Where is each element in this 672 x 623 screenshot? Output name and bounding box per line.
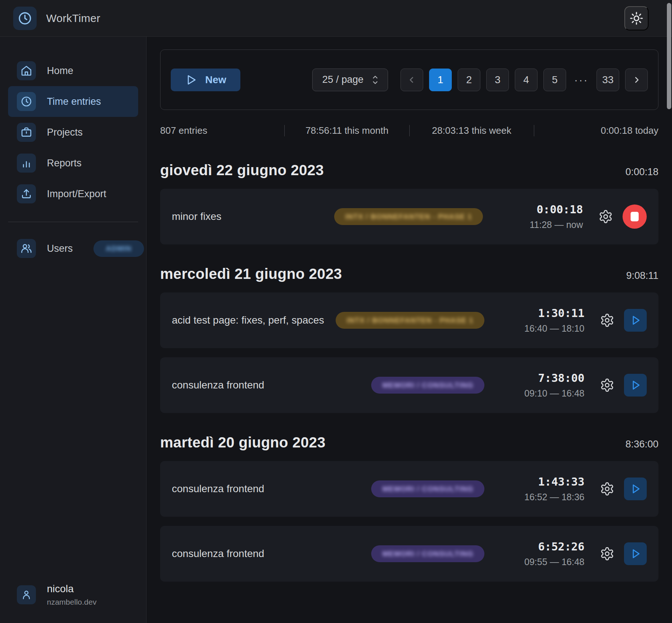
resume-timer-button[interactable] (624, 478, 647, 500)
project-badge[interactable]: MEMORI / CONSULTING (371, 480, 484, 497)
day-section-header: martedì 20 giugno 2023 8:36:00 (160, 434, 658, 451)
time-entry-row: consulenza frontend MEMORI / CONSULTING … (160, 526, 658, 582)
bar-chart-icon (17, 154, 36, 173)
pagination-page-3[interactable]: 3 (486, 69, 509, 91)
day-total: 8:36:00 (625, 439, 658, 450)
pagination-page-5[interactable]: 5 (543, 69, 566, 91)
entry-time-range: 16:40 — 18:10 (506, 323, 584, 334)
day-total: 9:08:11 (626, 270, 658, 281)
resume-timer-button[interactable] (624, 542, 647, 565)
main-content: New 25 / page 1 2 (147, 37, 672, 623)
vertical-scrollbar[interactable] (667, 3, 671, 109)
gear-icon (600, 378, 614, 392)
clock-icon (18, 11, 32, 26)
upload-icon (17, 184, 36, 203)
day-title: mercoledì 21 giugno 2023 (160, 266, 342, 282)
clock-icon (17, 92, 36, 111)
sidebar-item-home[interactable]: Home (8, 55, 138, 86)
resume-timer-button[interactable] (624, 374, 647, 397)
time-entry-row: consulenza frontend MEMORI / CONSULTING … (160, 461, 658, 517)
entry-duration: 7:38:00 (506, 372, 584, 384)
chevron-left-icon (407, 75, 417, 85)
entry-duration: 6:52:26 (506, 540, 584, 553)
user-name: nicola (47, 583, 96, 595)
entry-settings-button[interactable] (600, 378, 614, 392)
gear-icon (600, 482, 614, 496)
entry-settings-button[interactable] (600, 313, 614, 328)
user-domain: nzambello.dev (47, 598, 96, 607)
entry-settings-button[interactable] (598, 209, 613, 224)
day-title: martedì 20 giugno 2023 (160, 434, 325, 451)
pagination-next-button[interactable] (625, 69, 648, 91)
chevron-right-icon (632, 75, 641, 85)
entry-duration: 1:30:11 (506, 307, 584, 320)
sidebar-item-time-entries[interactable]: Time entries (8, 86, 138, 117)
chevron-up-down-icon (371, 74, 380, 85)
time-entry-row: consulenza frontend MEMORI / CONSULTING … (160, 357, 658, 413)
stat-week-total: 28:03:13 this week (409, 125, 534, 136)
gear-icon (598, 209, 613, 224)
sidebar-item-label: Import/Export (47, 188, 106, 200)
stop-icon (631, 212, 639, 221)
pagination-page-2[interactable]: 2 (458, 69, 480, 91)
entry-duration: 1:43:33 (506, 475, 584, 488)
app-title: WorkTimer (46, 12, 100, 25)
sidebar-item-label: Home (47, 65, 73, 77)
day-section-header: mercoledì 21 giugno 2023 9:08:11 (160, 266, 658, 282)
entry-time-range: 16:52 — 18:36 (506, 492, 584, 502)
pagination-prev-button[interactable] (400, 69, 423, 91)
day-title: giovedì 22 giugno 2023 (160, 162, 324, 178)
stat-today-total: 0:00:18 today (534, 125, 658, 136)
sidebar-divider (8, 222, 138, 222)
play-icon (629, 548, 642, 560)
project-badge[interactable]: INTX / BONNEFANTEN - PHASE 1 (334, 208, 483, 225)
entry-time-range: 09:55 — 16:48 (506, 557, 584, 567)
gear-icon (600, 546, 614, 561)
stats-bar: 807 entries 78:56:11 this month 28:03:13… (160, 120, 658, 141)
page-size-select[interactable]: 25 / page (312, 69, 388, 91)
current-user[interactable]: nicola nzambello.dev (8, 583, 138, 607)
theme-toggle-button[interactable] (624, 6, 649, 30)
sidebar-item-label: Projects (47, 127, 83, 138)
pagination-ellipsis: ··· (572, 74, 591, 86)
time-entry-row: minor fixes INTX / BONNEFANTEN - PHASE 1… (160, 189, 658, 244)
play-icon (185, 74, 197, 86)
entry-settings-button[interactable] (600, 546, 614, 561)
stat-month-total: 78:56:11 this month (284, 125, 409, 136)
project-badge[interactable]: MEMORI / CONSULTING (371, 545, 484, 562)
entry-time-range: 09:10 — 16:48 (506, 388, 584, 399)
project-badge[interactable]: MEMORI / CONSULTING (371, 377, 484, 394)
entry-duration: 0:00:18 (504, 203, 583, 216)
toolbar: New 25 / page 1 2 (160, 49, 658, 110)
play-icon (629, 483, 642, 495)
pagination-page-4[interactable]: 4 (515, 69, 538, 91)
sidebar-item-users[interactable]: Users ADMIN (8, 233, 138, 264)
sidebar-item-label: Reports (47, 158, 82, 169)
worktimer-app: WorkTimer Home Time entries (0, 0, 672, 623)
entry-title: minor fixes (172, 211, 334, 222)
entry-title: consulenza frontend (172, 548, 371, 560)
sidebar: Home Time entries Projects Reports (0, 37, 147, 623)
sidebar-item-import-export[interactable]: Import/Export (8, 178, 138, 209)
entry-settings-button[interactable] (600, 482, 614, 496)
pagination-page-1[interactable]: 1 (429, 69, 452, 91)
resume-timer-button[interactable] (624, 309, 647, 332)
briefcase-icon (17, 123, 36, 142)
play-icon (629, 379, 642, 391)
entry-time-range: 11:28 — now (504, 220, 583, 230)
stop-timer-button[interactable] (623, 204, 647, 229)
app-logo (13, 7, 37, 30)
admin-role-badge: ADMIN (93, 240, 144, 257)
home-icon (17, 61, 36, 80)
sidebar-item-label: Time entries (47, 96, 101, 107)
pagination-page-33[interactable]: 33 (597, 69, 619, 91)
sidebar-item-reports[interactable]: Reports (8, 148, 138, 178)
project-badge[interactable]: INTX / BONNEFANTEN - PHASE 1 (336, 312, 484, 329)
sun-icon (629, 11, 643, 25)
entry-title: consulenza frontend (172, 379, 371, 391)
new-entry-button[interactable]: New (171, 69, 240, 91)
entry-title: consulenza frontend (172, 483, 371, 495)
day-section-header: giovedì 22 giugno 2023 0:00:18 (160, 162, 658, 178)
users-icon (17, 239, 36, 258)
sidebar-item-projects[interactable]: Projects (8, 117, 138, 148)
